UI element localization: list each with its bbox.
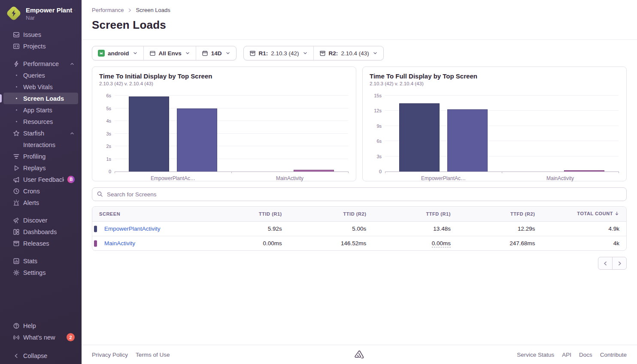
sidebar-item-label: Queries [23,72,75,79]
release-secondary-value: 2.10.4 (43) [341,50,369,57]
siren-icon [13,199,20,206]
sidebar-item-web-vitals[interactable]: Web Vitals [3,81,78,93]
sidebar-item-issues[interactable]: Issues [3,29,78,40]
screen-link[interactable]: EmpowerPlantActivity [104,226,161,232]
ttid-chart-title: Time To Initial Display by Top Screen [99,72,349,80]
collapse-button[interactable]: Collapse [3,350,78,361]
breadcrumb: Performance Screen Loads [92,7,627,13]
sidebar-item-label: Screen Loads [23,95,75,102]
footer-right-links: Service StatusAPIDocsContribute [517,352,627,358]
project-filter[interactable]: android [92,46,143,60]
column-header-ttid-r2[interactable]: TTID (R2) [289,207,373,222]
ttfd-r2-cell: 12.29s [458,222,542,236]
sidebar-item-screen-loads[interactable]: Screen Loads [3,93,78,104]
tooltip-value[interactable]: 0.00ms [432,240,451,247]
column-header-ttfd-r1[interactable]: TTFD (R1) [373,207,458,222]
sidebar-item-profiling[interactable]: Profiling [3,150,78,162]
sidebar-item-performance[interactable]: Performance [3,58,78,69]
sidebar-item-releases[interactable]: Releases [3,238,78,249]
bar-mainactivity-r2[interactable] [294,170,334,171]
y-axis-tick-label: 1s [98,156,111,162]
chevron-down-icon [225,51,231,56]
collapse-label: Collapse [23,352,75,359]
footer-link-privacy-policy[interactable]: Privacy Policy [92,352,128,358]
y-axis-tick-label: 3s [369,154,382,159]
footer-link-docs[interactable]: Docs [579,352,592,358]
sidebar-item-discover[interactable]: Discover [3,214,78,226]
sidebar-item-settings[interactable]: Settings [3,267,78,278]
screen-cell: EmpowerPlantActivity [92,222,204,236]
page-title: Screen Loads [92,18,627,32]
ttid-chart-subtitle: 2.10.3 (42) v. 2.10.4 (43) [99,81,349,86]
y-axis-tick-label: 3s [98,131,111,136]
screen-link[interactable]: MainActivity [104,240,135,247]
y-axis-tick-label: 15s [369,93,382,98]
sidebar-item-crons[interactable]: Crons [3,185,78,197]
footer-link-terms-of-use[interactable]: Terms of Use [136,352,170,358]
sidebar-bottom-nav: HelpWhat's new2 [3,320,78,343]
sidebar-item-label: Stats [23,258,75,265]
sidebar-item-help[interactable]: Help [3,320,78,331]
play-icon [13,165,20,171]
column-header-ttfd-r2[interactable]: TTFD (R2) [458,207,542,222]
sidebar-item-projects[interactable]: Projects [3,40,78,52]
pagination-prev-button[interactable] [598,257,613,270]
sidebar-item-starfish[interactable]: Starfish [3,127,78,139]
footer-link-contribute[interactable]: Contribute [600,352,627,358]
release-secondary-filter[interactable]: R2: 2.10.4 (43) [313,46,383,60]
sidebar-item-alerts[interactable]: Alerts [3,197,78,208]
ttid-r2-cell: 146.52ms [289,236,373,251]
date-range-filter[interactable]: 14D [196,46,236,60]
environment-filter[interactable]: All Envs [143,46,196,60]
chevron-up-icon [70,131,75,136]
org-project-name: Nar [26,15,76,21]
search-row [92,187,627,201]
org-switcher[interactable]: Empower Plant Nar [0,0,82,24]
issues-icon [13,31,20,38]
footer-link-service-status[interactable]: Service Status [517,352,554,358]
sidebar-section-3: StatsSettings [3,255,78,278]
gridline [115,95,348,96]
chevron-left-icon [13,352,20,359]
column-header-screen[interactable]: Screen [92,207,204,222]
footer-link-api[interactable]: API [562,352,571,358]
sidebar-item-app-starts[interactable]: App Starts [3,104,78,116]
sidebar-item-label: Alerts [23,199,75,206]
bar-mainactivity-r2[interactable] [564,170,604,171]
help-icon [13,322,20,329]
chevron-right-icon [127,8,132,13]
ttfd-r1-cell: 0.00ms [373,236,458,251]
column-header-total-count[interactable]: Total Count [542,207,626,222]
ttid-chart-plot: 01s2s3s4s5s6sEmpowerPlantAc…MainActivity [115,96,348,172]
bar-empowerplantac-r2[interactable] [177,108,217,172]
bar-empowerplantac-r1[interactable] [399,103,440,171]
total-count-cell: 4k [542,236,626,251]
sidebar-item-queries[interactable]: Queries [3,69,78,81]
lightning-logo-glyph [10,9,17,17]
bar-empowerplantac-r2[interactable] [447,109,488,171]
sidebar-item-user-feedback[interactable]: User FeedbackB [3,174,78,185]
sidebar-item-what-s-new[interactable]: What's new2 [3,331,78,343]
release-filter-group: R1: 2.10.3 (42) R2: 2.10.4 (43) [243,46,384,60]
column-header-ttid-r1[interactable]: TTID (R1) [204,207,289,222]
sidebar-item-dashboards[interactable]: Dashboards [3,226,78,238]
lightning-icon [13,60,20,67]
sidebar-item-interactions[interactable]: Interactions [3,139,78,150]
y-axis-tick-label: 5s [98,106,111,111]
main-spacer [82,270,637,345]
chevron-down-icon [133,51,138,56]
sidebar-item-stats[interactable]: Stats [3,255,78,267]
sidebar-item-label: Replays [23,165,75,171]
sidebar-item-resources[interactable]: Resources [3,116,78,127]
bullet-dot [13,121,20,122]
breadcrumb-performance[interactable]: Performance [92,7,124,13]
y-axis-tick-label: 4s [98,118,111,123]
sidebar-item-replays[interactable]: Replays [3,162,78,174]
pagination-next-button[interactable] [612,257,627,270]
search-input[interactable] [92,187,627,201]
release-primary-filter[interactable]: R1: 2.10.3 (42) [244,46,313,60]
sidebar-item-label: Dashboards [23,229,75,235]
ttfd-r1-cell: 13.48s [373,222,458,236]
bar-empowerplantac-r1[interactable] [129,96,169,171]
release-icon [319,50,326,57]
